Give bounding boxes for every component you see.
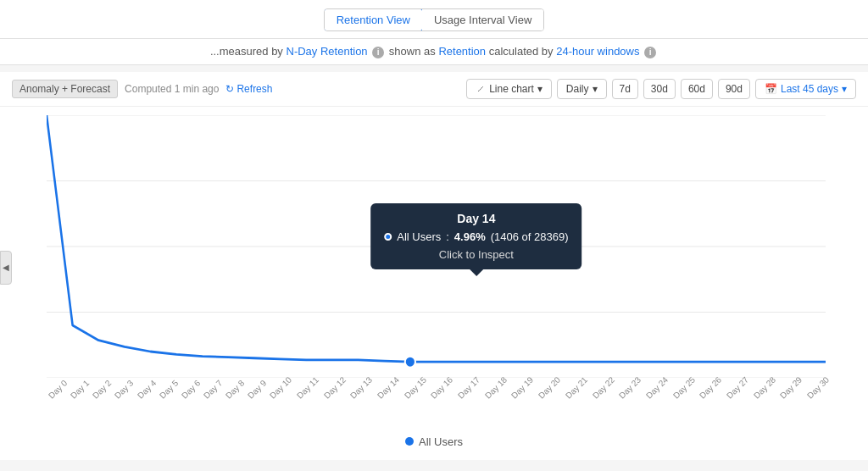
legend-dot-all-users [405,437,414,446]
metric-info-icon[interactable]: i [372,47,384,58]
anomaly-badge: Anomaly + Forecast [12,80,118,98]
chart-type-dropdown[interactable]: ⟋ Line chart ▾ [466,79,552,99]
calculated-by-value[interactable]: 24-hour windows [556,45,639,58]
top-bar: Retention View Usage Interval View ...me… [0,0,868,65]
chart-type-label: Line chart [489,83,534,95]
refresh-label: Refresh [236,83,272,95]
tab-retention-view[interactable]: Retention View [324,8,423,31]
period-90d[interactable]: 90d [718,79,750,99]
period-7d[interactable]: 7d [612,79,638,99]
period-60d[interactable]: 60d [681,79,713,99]
period-30d[interactable]: 30d [643,79,676,99]
view-tabs: Retention View Usage Interval View [324,8,545,31]
frequency-chevron: ▾ [593,83,598,95]
measured-by-prefix: ...measured by [210,45,283,58]
computed-text: Computed 1 min ago [125,83,219,95]
refresh-icon: ↻ [225,83,234,95]
x-axis-labels: Day 0 Day 1 Day 2 Day 3 Day 4 Day 5 Day … [47,394,826,403]
chart-legend: All Users [0,429,868,460]
toolbar-right: ⟋ Line chart ▾ Daily ▾ 7d 30d 60d 90d 📅 … [466,79,856,99]
date-range-chevron: ▾ [842,83,847,95]
collapse-icon: ◀ [3,263,9,272]
shown-as-label: shown as [389,45,436,58]
calculated-by-label: calculated by [489,45,554,58]
measured-bar: ...measured by N-Day Retention i shown a… [0,39,868,65]
chart-type-chevron: ▾ [537,83,542,95]
line-chart-icon: ⟋ [476,83,486,95]
chart-container: Anomaly + Forecast Computed 1 min ago ↻ … [0,72,868,460]
tab-usage-interval-view[interactable]: Usage Interval View [422,9,543,30]
svg-point-10 [405,356,415,367]
date-range-label: Last 45 days [781,83,838,95]
frequency-label: Daily [566,83,589,95]
calculated-info-icon[interactable]: i [644,47,656,58]
date-range-button[interactable]: 📅 Last 45 days ▾ [755,79,856,99]
shown-as-value[interactable]: Retention [438,45,486,58]
refresh-button[interactable]: ↻ Refresh [225,83,272,95]
chart-toolbar: Anomaly + Forecast Computed 1 min ago ↻ … [0,72,868,107]
legend-label-all-users: All Users [419,435,463,448]
metric-link[interactable]: N-Day Retention [287,45,368,58]
retention-chart: 100% 75% 50% 25% 0% [47,115,826,378]
collapse-button[interactable]: ◀ [0,251,12,285]
frequency-dropdown[interactable]: Daily ▾ [557,79,607,99]
calendar-icon: 📅 [765,83,777,95]
chart-area[interactable]: ◀ 100% 75% 50% 25% 0% Day 0 Day 1 Day [0,107,868,429]
